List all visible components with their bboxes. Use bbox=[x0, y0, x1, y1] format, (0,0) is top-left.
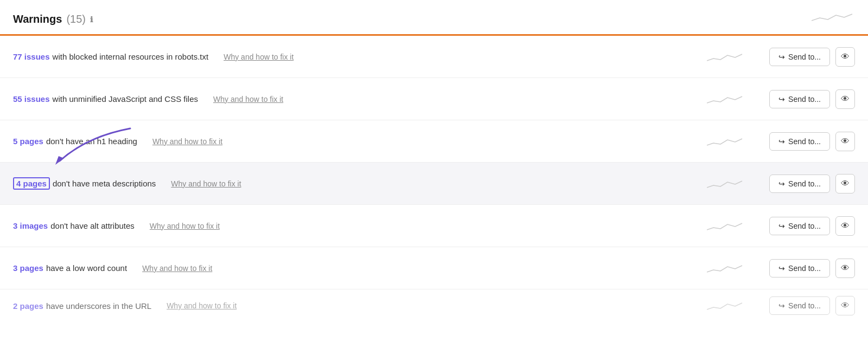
sparkline-1 bbox=[704, 49, 748, 65]
warning-row-6: 3 pages have a low word count Why and ho… bbox=[0, 247, 868, 289]
warning-row-1: 77 issues with blocked internal resource… bbox=[0, 36, 868, 78]
fix-link-5[interactable]: Why and how to fix it bbox=[150, 222, 220, 230]
send-button-2[interactable]: ↪ Send to... bbox=[769, 90, 830, 108]
eye-button-2[interactable]: 👁 bbox=[835, 89, 855, 109]
sparkline-3 bbox=[704, 133, 748, 150]
warning-row-7: 2 pages have underscores in the URL Why … bbox=[0, 289, 868, 322]
send-label-1: Send to... bbox=[788, 53, 821, 61]
issue-text-3: don't have an h1 heading bbox=[46, 137, 137, 146]
send-label-2: Send to... bbox=[788, 95, 821, 104]
eye-icon-6: 👁 bbox=[841, 263, 850, 273]
send-label-7: Send to... bbox=[788, 301, 821, 310]
sparkline-5 bbox=[704, 218, 748, 234]
eye-icon-4: 👁 bbox=[841, 179, 850, 189]
actions-5: ↪ Send to... 👁 bbox=[769, 216, 855, 236]
panel-header: Warnings (15) ℹ bbox=[0, 0, 868, 34]
eye-button-5[interactable]: 👁 bbox=[835, 216, 855, 236]
eye-icon-5: 👁 bbox=[841, 221, 850, 231]
row-2-content: 55 issues with unminified JavaScript and… bbox=[13, 94, 693, 104]
issue-text-4: don't have meta descriptions bbox=[53, 179, 156, 188]
send-icon-6: ↪ bbox=[778, 264, 785, 273]
actions-2: ↪ Send to... 👁 bbox=[769, 89, 855, 109]
send-button-1[interactable]: ↪ Send to... bbox=[769, 48, 830, 66]
row-4-content: 4 pages don't have meta descriptions Why… bbox=[13, 177, 693, 190]
eye-icon-2: 👁 bbox=[841, 94, 850, 104]
send-button-4[interactable]: ↪ Send to... bbox=[769, 175, 830, 193]
send-icon-4: ↪ bbox=[778, 179, 785, 188]
eye-icon-7: 👁 bbox=[841, 301, 850, 311]
panel-title: Warnings (15) ℹ bbox=[13, 13, 93, 25]
actions-1: ↪ Send to... 👁 bbox=[769, 47, 855, 67]
issue-link-5[interactable]: 3 images bbox=[13, 221, 48, 230]
row-1-content: 77 issues with blocked internal resource… bbox=[13, 52, 693, 61]
title-count: (15) bbox=[66, 13, 86, 25]
eye-button-4[interactable]: 👁 bbox=[835, 174, 855, 193]
eye-icon-3: 👁 bbox=[841, 137, 850, 146]
warning-row-2: 55 issues with unminified JavaScript and… bbox=[0, 78, 868, 120]
send-icon-3: ↪ bbox=[778, 137, 785, 146]
send-icon-7: ↪ bbox=[778, 301, 785, 310]
send-button-6[interactable]: ↪ Send to... bbox=[769, 259, 830, 277]
fix-link-4[interactable]: Why and how to fix it bbox=[171, 179, 241, 188]
send-label-6: Send to... bbox=[788, 264, 821, 273]
sparkline-4 bbox=[704, 176, 748, 192]
eye-button-3[interactable]: 👁 bbox=[835, 132, 855, 151]
info-icon[interactable]: ℹ bbox=[90, 15, 93, 24]
issue-link-2[interactable]: 55 issues bbox=[13, 94, 50, 104]
eye-icon-1: 👁 bbox=[841, 52, 850, 62]
send-button-5[interactable]: ↪ Send to... bbox=[769, 217, 830, 235]
issue-text-7: have underscores in the URL bbox=[46, 301, 151, 311]
warning-row-3: 5 pages don't have an h1 heading Why and… bbox=[0, 120, 868, 163]
fix-link-2[interactable]: Why and how to fix it bbox=[213, 95, 283, 104]
row-7-content: 2 pages have underscores in the URL Why … bbox=[13, 301, 693, 311]
fix-link-7[interactable]: Why and how to fix it bbox=[167, 301, 237, 310]
header-sparkline bbox=[812, 10, 855, 29]
issue-link-7[interactable]: 2 pages bbox=[13, 301, 43, 311]
send-label-3: Send to... bbox=[788, 137, 821, 146]
send-button-3[interactable]: ↪ Send to... bbox=[769, 132, 830, 151]
title-text: Warnings bbox=[13, 13, 62, 25]
sparkline-6 bbox=[704, 260, 748, 276]
send-label-4: Send to... bbox=[788, 179, 821, 188]
send-icon-1: ↪ bbox=[778, 53, 785, 61]
issue-text-1: with blocked internal resources in robot… bbox=[53, 52, 209, 61]
issue-text-5: don't have alt attributes bbox=[50, 221, 135, 230]
send-button-7[interactable]: ↪ Send to... bbox=[769, 296, 830, 315]
fix-link-3[interactable]: Why and how to fix it bbox=[152, 137, 222, 146]
warning-row-5: 3 images don't have alt attributes Why a… bbox=[0, 205, 868, 247]
sparkline-7 bbox=[704, 298, 748, 314]
send-icon-5: ↪ bbox=[778, 222, 785, 230]
issue-link-4[interactable]: 4 pages bbox=[13, 177, 50, 190]
issue-link-3[interactable]: 5 pages bbox=[13, 137, 43, 146]
actions-3: ↪ Send to... 👁 bbox=[769, 132, 855, 151]
fix-link-1[interactable]: Why and how to fix it bbox=[224, 53, 293, 61]
sparkline-2 bbox=[704, 91, 748, 107]
row-3-content: 5 pages don't have an h1 heading Why and… bbox=[13, 137, 693, 146]
eye-button-1[interactable]: 👁 bbox=[835, 47, 855, 67]
warnings-panel: Warnings (15) ℹ 77 issues with blocked i… bbox=[0, 0, 868, 355]
fix-link-6[interactable]: Why and how to fix it bbox=[142, 264, 212, 273]
row-6-content: 3 pages have a low word count Why and ho… bbox=[13, 263, 693, 273]
issue-text-6: have a low word count bbox=[46, 263, 127, 273]
send-label-5: Send to... bbox=[788, 222, 821, 230]
issue-link-1[interactable]: 77 issues bbox=[13, 52, 50, 61]
warning-row-4: 4 pages don't have meta descriptions Why… bbox=[0, 163, 868, 205]
issue-link-6[interactable]: 3 pages bbox=[13, 263, 43, 273]
actions-7: ↪ Send to... 👁 bbox=[769, 296, 855, 315]
issue-text-2: with unminified JavaScript and CSS files bbox=[53, 94, 198, 104]
row-5-content: 3 images don't have alt attributes Why a… bbox=[13, 221, 693, 230]
actions-4: ↪ Send to... 👁 bbox=[769, 174, 855, 193]
eye-button-7[interactable]: 👁 bbox=[835, 296, 855, 315]
eye-button-6[interactable]: 👁 bbox=[835, 259, 855, 278]
send-icon-2: ↪ bbox=[778, 95, 785, 104]
actions-6: ↪ Send to... 👁 bbox=[769, 259, 855, 278]
